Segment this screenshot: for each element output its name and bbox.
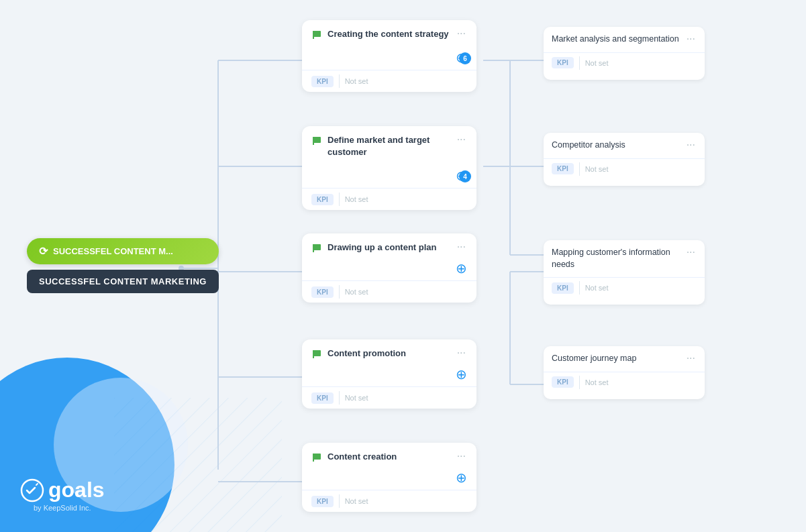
logo-icon (20, 478, 44, 502)
svg-rect-7 (313, 137, 314, 145)
card-define-market: Define market and target customer ··· 4 … (302, 126, 476, 210)
more-button[interactable]: ··· (456, 242, 467, 252)
root-pill[interactable]: ⟳ SUCCESSFEL CONTENT M... (27, 238, 219, 264)
more-button[interactable]: ··· (456, 134, 467, 145)
sub-card-market-analysis: Market analysis and segmentation ··· KPI… (544, 27, 705, 80)
sub-card-customer-journey: Customer journey map ··· KPI Not set (544, 346, 705, 399)
card-content-promotion: Content promotion ··· ⊕ KPI Not set (302, 339, 476, 409)
svg-rect-13 (313, 454, 314, 462)
sub-card-title: Mapping customer's information needs (552, 247, 685, 270)
logo-label: goals (48, 478, 105, 502)
kpi-label: KPI (311, 76, 334, 87)
more-button[interactable]: ··· (456, 28, 467, 39)
more-button[interactable]: ··· (456, 348, 467, 358)
flag-icon (311, 30, 322, 40)
flag-icon (311, 243, 322, 254)
add-button[interactable]: ⊕ (456, 470, 467, 486)
logo-sub: by KeepSolid Inc. (34, 504, 91, 512)
kpi-label: KPI (552, 163, 574, 174)
root-icon: ⟳ (39, 245, 48, 258)
more-button[interactable]: ··· (456, 451, 467, 462)
sub-card-mapping-customer: Mapping customer's information needs ···… (544, 240, 705, 305)
card-title: Drawing up a content plan (328, 242, 437, 254)
sub-card-title: Competitor analysis (552, 140, 685, 152)
card-title: Define market and target customer (328, 134, 456, 158)
kpi-value: Not set (345, 497, 368, 505)
kpi-value: Not set (345, 195, 368, 203)
card-content-creation: Content creation ··· ⊕ KPI Not set (302, 443, 476, 512)
kpi-value: Not set (585, 378, 609, 386)
bg-pattern (114, 398, 282, 532)
root-node: ⟳ SUCCESSFEL CONTENT M... SUCCESSFEL CON… (27, 238, 219, 293)
kpi-value: Not set (345, 77, 368, 85)
kpi-label: KPI (552, 57, 574, 68)
kpi-value: Not set (585, 284, 609, 292)
logo-area: goals by KeepSolid Inc. (20, 478, 105, 512)
kpi-value: Not set (585, 59, 609, 67)
root-label: SUCCESSFEL CONTENT M... (53, 246, 173, 256)
root-tooltip: SUCCESSFEL CONTENT MARKETING (27, 270, 219, 293)
flag-icon (311, 136, 322, 146)
svg-rect-5 (313, 31, 314, 39)
svg-rect-11 (313, 350, 314, 358)
svg-rect-16 (114, 398, 282, 532)
card-drawing-up-content-plan: Drawing up a content plan ··· ⊕ KPI Not … (302, 233, 476, 303)
badge: 4 (459, 170, 471, 182)
add-button[interactable]: ⊕ (456, 366, 467, 382)
logo-text: goals (20, 478, 105, 502)
kpi-label: KPI (311, 194, 334, 205)
more-button[interactable]: ··· (685, 140, 697, 150)
more-button[interactable]: ··· (685, 353, 697, 364)
card-title: Content creation (328, 451, 397, 463)
flag-icon (311, 452, 322, 463)
more-button[interactable]: ··· (685, 247, 697, 258)
kpi-value: Not set (345, 394, 368, 402)
kpi-label: KPI (552, 376, 574, 388)
badge: 6 (459, 52, 471, 64)
sub-card-title: Market analysis and segmentation (552, 34, 685, 46)
add-button[interactable]: ⊕ (456, 260, 467, 276)
svg-rect-9 (313, 244, 314, 252)
more-button[interactable]: ··· (685, 34, 697, 44)
card-title: Content promotion (328, 348, 406, 360)
kpi-value: Not set (585, 165, 609, 173)
sub-card-competitor-analysis: Competitor analysis ··· KPI Not set (544, 133, 705, 186)
kpi-label: KPI (552, 282, 574, 294)
sub-card-title: Customer journey map (552, 353, 685, 365)
kpi-label: KPI (311, 496, 334, 507)
kpi-label: KPI (311, 286, 334, 298)
kpi-value: Not set (345, 288, 368, 296)
card-title: Creating the content strategy (328, 28, 449, 40)
card-creating-content-strategy: Creating the content strategy ··· 6 ⊕ KP… (302, 20, 476, 92)
flag-icon (311, 349, 322, 360)
kpi-label: KPI (311, 392, 334, 404)
